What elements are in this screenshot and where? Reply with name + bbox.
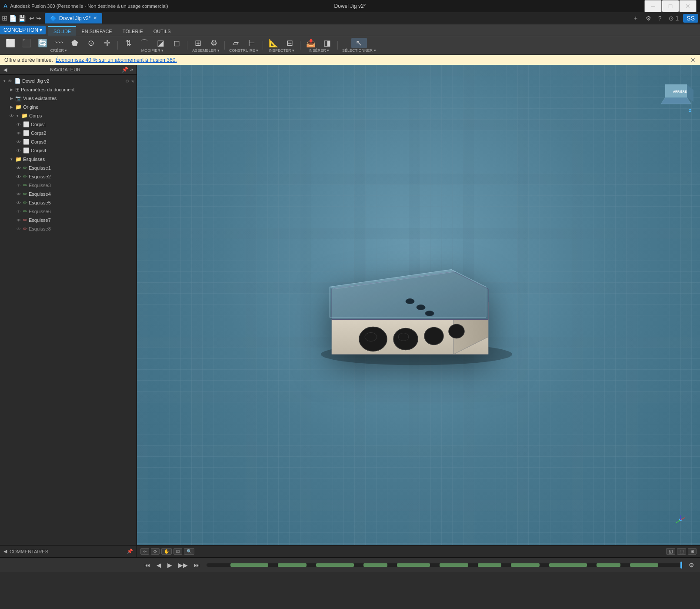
tree-item-params[interactable]: ▶ ⊞ Paramètres du document: [0, 85, 137, 94]
orbit-button[interactable]: ⟳: [151, 548, 160, 555]
new-tab-button[interactable]: ＋: [630, 13, 641, 23]
save-icon[interactable]: 💾: [18, 15, 26, 22]
tree-vis-esquisse7[interactable]: 👁: [17, 218, 21, 223]
shell-button[interactable]: ◻: [169, 38, 184, 48]
sweep-button[interactable]: 〰: [51, 38, 67, 48]
tree-toggle-params[interactable]: ▶: [9, 87, 14, 92]
loft-button[interactable]: ⬟: [67, 38, 83, 48]
timeline-item-5[interactable]: [397, 563, 430, 567]
section-analysis-button[interactable]: ⊟: [282, 38, 297, 48]
decal-button[interactable]: ◨: [319, 38, 335, 48]
navigator-pin-button[interactable]: 📌: [122, 67, 128, 73]
tree-item-corps2[interactable]: 👁 ⬜ Corps2: [0, 129, 137, 137]
tree-item-esquisse2[interactable]: 👁 ✏ Esquisse2: [0, 172, 137, 181]
measure-button[interactable]: 📐: [266, 38, 281, 48]
tree-item-views[interactable]: ▶ 📷 Vues existantes: [0, 94, 137, 103]
tree-item-root[interactable]: ▾ 👁 📄 Dowel Jig v2 ⚙ ★: [0, 77, 137, 85]
tree-item-corps3[interactable]: 👁 ⬜ Corps3: [0, 137, 137, 146]
tree-toggle-views[interactable]: ▶: [9, 96, 14, 100]
axis-button[interactable]: ⊢: [244, 38, 260, 48]
timeline-item-6[interactable]: [440, 563, 468, 567]
tree-star-icon[interactable]: ⚙: [125, 79, 129, 84]
view-mode-button[interactable]: ⬚: [677, 548, 686, 555]
tab-outils[interactable]: OUTILS: [148, 26, 176, 36]
tree-vis-corps2[interactable]: 👁: [17, 131, 21, 136]
close-button[interactable]: ✕: [679, 0, 697, 12]
timeline-play-button[interactable]: ▶: [165, 561, 174, 569]
move-button[interactable]: ✛: [99, 38, 115, 48]
fillet-button[interactable]: ⌒: [137, 38, 152, 48]
minimize-button[interactable]: ─: [644, 0, 662, 12]
tree-vis-esquisse5[interactable]: 👁: [17, 201, 21, 205]
timeline-last-button[interactable]: ⏭: [192, 561, 202, 569]
tab-settings-icon[interactable]: ⚙: [643, 14, 654, 23]
navigator-expand-icon[interactable]: ◀: [3, 67, 7, 73]
tree-toggle-root[interactable]: ▾: [2, 79, 7, 83]
tab-tolerie[interactable]: TÔLERIE: [117, 26, 148, 36]
snap-button[interactable]: ⊹: [140, 548, 149, 555]
timeline-item-3[interactable]: [316, 563, 354, 567]
file-icon[interactable]: 📄: [9, 15, 17, 22]
tree-vis-esquisse6[interactable]: 👁: [17, 209, 21, 214]
timeline-item-7[interactable]: [478, 563, 502, 567]
active-tab[interactable]: 🔷 Dowel Jig v2° ✕: [45, 13, 102, 23]
timeline-track[interactable]: [207, 563, 682, 567]
timeline-item-2[interactable]: [278, 563, 307, 567]
timeline-item-4[interactable]: [363, 563, 387, 567]
tree-item-esquisses[interactable]: ▾ 📁 Esquisses: [0, 155, 137, 164]
tree-vis-corps4[interactable]: 👁: [17, 148, 21, 153]
timeline-first-button[interactable]: ⏮: [142, 561, 153, 569]
tab-user-icon[interactable]: ⊙ 1: [666, 14, 682, 23]
conception-button[interactable]: CONCEPTION ▾: [0, 26, 46, 34]
tree-vis-esquisse3[interactable]: 👁: [17, 183, 21, 188]
timeline-item-1[interactable]: [230, 563, 269, 567]
comments-expand-icon[interactable]: ◀: [3, 549, 7, 554]
timeline-item-10[interactable]: [597, 563, 620, 567]
tab-close-button[interactable]: ✕: [93, 16, 97, 20]
timeline-next-button[interactable]: ▶▶: [176, 561, 190, 569]
tree-toggle-origine[interactable]: ▶: [9, 105, 14, 109]
tree-item-esquisse1[interactable]: 👁 ✏ Esquisse1: [0, 164, 137, 172]
tree-vis-esquisse8[interactable]: 👁: [17, 227, 21, 231]
timeline-item-9[interactable]: [549, 563, 587, 567]
hole-button[interactable]: ⊙: [83, 38, 99, 48]
viewcube[interactable]: ARRIÈRE Z: [657, 74, 691, 108]
zoom-button[interactable]: 🔍: [184, 548, 194, 555]
tree-vis-corps[interactable]: 👁: [10, 114, 14, 118]
tree-item-esquisse5[interactable]: 👁 ✏ Esquisse5: [0, 198, 137, 207]
tab-en-surface[interactable]: EN SURFACE: [76, 26, 117, 36]
tab-share-icon[interactable]: SS: [683, 14, 698, 23]
redo-icon[interactable]: ↪: [36, 15, 41, 22]
tab-help-icon[interactable]: ?: [656, 14, 664, 23]
tree-vis-esquisse1[interactable]: 👁: [17, 166, 21, 171]
new-sketch-button[interactable]: ⬜: [3, 38, 18, 48]
tree-vis-esquisse2[interactable]: 👁: [17, 174, 21, 179]
timeline-item-8[interactable]: [511, 563, 540, 567]
pan-button[interactable]: ✋: [161, 548, 172, 555]
timeline-prev-button[interactable]: ◀: [154, 561, 163, 569]
tree-item-origine[interactable]: ▶ 📁 Origine: [0, 103, 137, 111]
press-pull-button[interactable]: ⇅: [120, 38, 136, 48]
viewport[interactable]: ARRIÈRE Z: [137, 65, 700, 545]
alert-close-button[interactable]: ✕: [690, 57, 696, 64]
alert-link[interactable]: Économisez 40 % sur un abonnement à Fusi…: [56, 57, 177, 63]
app-grid-icon[interactable]: ⊞: [2, 14, 7, 22]
display-mode-button[interactable]: ◱: [666, 548, 675, 555]
tree-item-esquisse6[interactable]: 👁 ✏ Esquisse6: [0, 207, 137, 216]
tree-toggle-corps[interactable]: ▾: [15, 114, 20, 118]
new-component-button[interactable]: ⊞: [190, 38, 206, 48]
viewcube-front-face[interactable]: [661, 97, 691, 104]
timeline-position-marker[interactable]: [680, 562, 682, 569]
grid-button[interactable]: ⊞: [688, 548, 697, 555]
tree-item-corps4[interactable]: 👁 ⬜ Corps4: [0, 146, 137, 155]
zoom-fit-button[interactable]: ⊡: [173, 548, 182, 555]
comments-pin-button[interactable]: 📌: [127, 549, 133, 554]
chamfer-button[interactable]: ◪: [153, 38, 168, 48]
tree-item-corps[interactable]: 👁 ▾ 📁 Corps: [0, 111, 137, 120]
tree-item-esquisse8[interactable]: 👁 ✏ Esquisse8: [0, 224, 137, 233]
undo-icon[interactable]: ↩: [29, 15, 34, 22]
select-button[interactable]: ↖: [351, 38, 367, 48]
extrude-button[interactable]: ⬛: [19, 38, 34, 48]
tree-item-corps1[interactable]: 👁 ⬜ Corps1: [0, 120, 137, 129]
tab-solide[interactable]: SOLIDE: [48, 26, 76, 36]
